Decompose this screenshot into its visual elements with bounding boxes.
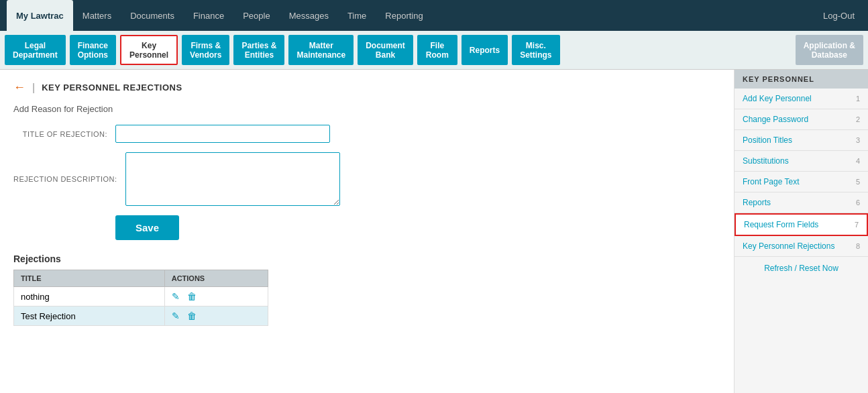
nav-matters[interactable]: Matters — [73, 0, 121, 31]
delete-icon[interactable]: 🗑 — [187, 291, 197, 302]
sidebar-item-request-form-fields[interactable]: Request Form Fields 7 — [735, 213, 868, 236]
sidebar-item-label: Request Form Fields — [744, 220, 818, 229]
nav-firms-vendors[interactable]: Firms &Vendors — [182, 35, 229, 65]
sidebar-item-substitutions[interactable]: Substitutions 4 — [735, 151, 868, 172]
rejections-table: TITLE ACTIONS nothing ✎ 🗑 Test Rejection… — [13, 270, 268, 326]
top-navigation: My Lawtrac Matters Documents Finance Peo… — [0, 0, 868, 31]
sidebar-item-num: 1 — [856, 95, 860, 103]
sidebar-item-front-page-text[interactable]: Front Page Text 5 — [735, 172, 868, 192]
col-header-actions: ACTIONS — [164, 270, 268, 287]
sidebar-item-num: 3 — [856, 136, 860, 144]
sidebar-item-label: Add Key Personnel — [743, 94, 812, 103]
edit-icon[interactable]: ✎ — [172, 311, 180, 321]
back-arrow-icon[interactable]: ← — [13, 80, 25, 95]
nav-legal-dept[interactable]: LegalDepartment — [5, 35, 66, 65]
rejections-section-title: Rejections — [13, 254, 720, 264]
sidebar-header: KEY PERSONNEL — [735, 70, 868, 89]
sidebar-item-add-key-personnel[interactable]: Add Key Personnel 1 — [735, 89, 868, 109]
nav-parties-entities[interactable]: Parties &Entities — [233, 35, 284, 65]
nav-reporting[interactable]: Reporting — [376, 0, 432, 31]
sidebar-item-key-personnel-rejections[interactable]: Key Personnel Rejections 8 — [735, 236, 868, 257]
sidebar-item-num: 6 — [856, 199, 860, 207]
title-input[interactable] — [115, 125, 330, 143]
sidebar-item-label: Reports — [743, 198, 771, 207]
sidebar-item-position-titles[interactable]: Position Titles 3 — [735, 130, 868, 151]
sidebar-item-num: 4 — [856, 157, 860, 165]
rejection-actions-cell: ✎ 🗑 — [164, 306, 268, 326]
logout-button[interactable]: Log-Out — [816, 11, 861, 21]
description-textarea[interactable] — [125, 152, 340, 206]
edit-icon[interactable]: ✎ — [172, 291, 180, 302]
sidebar-item-reports[interactable]: Reports 6 — [735, 192, 868, 213]
delete-icon[interactable]: 🗑 — [187, 311, 197, 321]
nav-app-database[interactable]: Application &Database — [796, 35, 863, 65]
nav-messages[interactable]: Messages — [280, 0, 338, 31]
table-row: nothing ✎ 🗑 — [14, 287, 268, 306]
breadcrumb-title: KEY PERSONNEL REJECTIONS — [42, 82, 182, 93]
nav-my-lawtrac[interactable]: My Lawtrac — [7, 0, 73, 31]
breadcrumb-row: ← | KEY PERSONNEL REJECTIONS — [13, 80, 720, 95]
nav-file-room[interactable]: FileRoom — [417, 35, 457, 65]
sidebar-item-label: Front Page Text — [743, 177, 800, 186]
title-field-row: TITLE OF REJECTION: — [13, 125, 720, 143]
sidebar-item-num: 2 — [856, 115, 860, 123]
description-label: REJECTION DESCRIPTION: — [13, 175, 117, 183]
nav-reports[interactable]: Reports — [462, 35, 508, 65]
content-area: ← | KEY PERSONNEL REJECTIONS Add Reason … — [0, 70, 734, 393]
sidebar-item-num: 8 — [856, 242, 860, 250]
form-section-title: Add Reason for Rejection — [13, 104, 720, 114]
sidebar-item-num: 5 — [856, 178, 860, 186]
refresh-button[interactable]: Refresh / Reset Now — [735, 257, 868, 280]
rejection-title-cell: nothing — [14, 287, 165, 306]
save-button-row: Save — [13, 215, 720, 254]
col-header-title: TITLE — [14, 270, 165, 287]
second-navigation: LegalDepartment FinanceOptions KeyPerson… — [0, 31, 868, 70]
rejection-actions-cell: ✎ 🗑 — [164, 287, 268, 306]
title-label: TITLE OF REJECTION: — [13, 130, 107, 138]
nav-key-personnel[interactable]: KeyPersonnel — [120, 35, 178, 65]
nav-matter-maintenance[interactable]: MatterMaintenance — [288, 35, 354, 65]
nav-document-bank[interactable]: DocumentBank — [358, 35, 413, 65]
main-layout: ← | KEY PERSONNEL REJECTIONS Add Reason … — [0, 70, 868, 393]
nav-finance[interactable]: Finance — [184, 0, 233, 31]
nav-misc-settings[interactable]: Misc.Settings — [512, 35, 559, 65]
sidebar-item-label: Position Titles — [743, 135, 792, 145]
breadcrumb-divider: | — [32, 82, 35, 94]
rejections-table-container: TITLE ACTIONS nothing ✎ 🗑 Test Rejection… — [13, 270, 268, 326]
save-button[interactable]: Save — [115, 215, 179, 240]
nav-documents[interactable]: Documents — [121, 0, 184, 31]
nav-finance-options[interactable]: FinanceOptions — [70, 35, 116, 65]
sidebar-item-label: Key Personnel Rejections — [743, 241, 834, 251]
description-field-row: REJECTION DESCRIPTION: — [13, 152, 720, 206]
table-row: Test Rejection ✎ 🗑 — [14, 306, 268, 326]
sidebar: KEY PERSONNEL Add Key Personnel 1 Change… — [734, 70, 868, 393]
sidebar-item-num: 7 — [855, 221, 859, 229]
rejection-title-cell: Test Rejection — [14, 306, 165, 326]
nav-people[interactable]: People — [233, 0, 279, 31]
nav-time[interactable]: Time — [338, 0, 376, 31]
sidebar-item-label: Substitutions — [743, 156, 789, 166]
sidebar-item-change-password[interactable]: Change Password 2 — [735, 109, 868, 130]
sidebar-item-label: Change Password — [743, 115, 808, 124]
